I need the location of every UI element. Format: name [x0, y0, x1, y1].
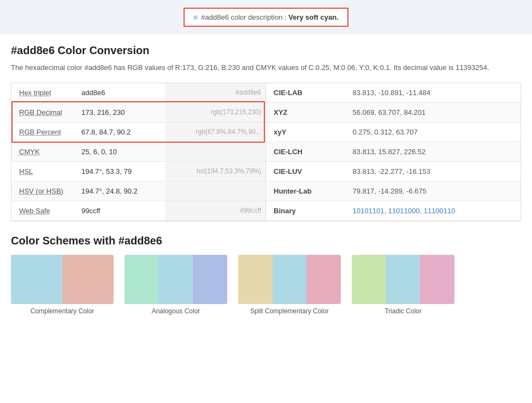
conversion-tables: Hex tripletadd8e6#add8e6RGB Decimal173, … — [11, 83, 521, 221]
row-value: 67.8, 84.7, 90.2 — [77, 122, 165, 142]
row-preview: hsl(194.7,53.3%,79%) — [165, 161, 265, 181]
table-row: XYZ56.069, 63.707, 84.201 — [266, 102, 521, 122]
scheme-card[interactable]: Complementary Color — [11, 255, 114, 315]
color-schemes-section: Color Schemes with #add8e6 Complementary… — [11, 235, 521, 315]
scheme-label: Analogous Color — [152, 307, 200, 315]
scheme-label: Triadic Color — [385, 307, 422, 315]
conversion-description: The hexadecimal color #add8e6 has RGB va… — [11, 62, 521, 74]
table-row: RGB Percent67.8, 84.7, 90.2rgb(67.8%,84.… — [11, 122, 266, 142]
row-label: CIE-LCH — [266, 142, 348, 161]
left-table-wrapper: Hex tripletadd8e6#add8e6RGB Decimal173, … — [11, 83, 266, 221]
scheme-card[interactable]: Split Complementary Color — [238, 255, 341, 315]
swatch-color — [193, 255, 227, 304]
swatch-color — [159, 255, 193, 304]
scheme-swatch — [238, 255, 341, 304]
scheme-swatch — [11, 255, 114, 304]
row-value: add8e6 — [77, 83, 165, 103]
row-label: Hex triplet — [11, 83, 77, 103]
row-preview: #99ccff — [165, 201, 265, 220]
swatch-color — [273, 255, 307, 304]
swatch-color — [125, 255, 159, 304]
right-table: CIE-LAB83.813, -10.891, -11.484XYZ56.069… — [266, 83, 521, 221]
row-value: 10101101, 11011000, 11100110 — [348, 201, 521, 220]
table-row: CIE-LCH83.813, 15.827, 226.52 — [266, 142, 521, 161]
main-content: #add8e6 Color Conversion The hexadecimal… — [0, 34, 532, 325]
row-preview: rgb(67.8%,84.7%,90... — [165, 122, 265, 142]
table-row: CMYK25, 6, 0, 10 — [11, 142, 266, 161]
description-text: #add8e6 color description : Very soft cy… — [201, 13, 339, 21]
schemes-row: Complementary ColorAnalogous ColorSplit … — [11, 255, 521, 315]
row-label: HSV (or HSB) — [11, 181, 77, 201]
description-bold: Very soft cyan. — [288, 13, 339, 21]
row-value: 83.813, -22.277, -16.153 — [348, 161, 521, 181]
row-label: RGB Decimal — [11, 102, 77, 122]
table-row: RGB Decimal173, 216, 230rgb(173,216,230) — [11, 102, 266, 122]
table-row: HSL194.7°, 53.3, 79hsl(194.7,53.3%,79%) — [11, 161, 266, 181]
table-row: CIE-LAB83.813, -10.891, -11.484 — [266, 83, 521, 103]
color-description-box: #add8e6 color description : Very soft cy… — [184, 8, 348, 27]
row-value: 83.813, 15.827, 226.52 — [348, 142, 521, 161]
row-label: Hunter-Lab — [266, 181, 348, 201]
row-preview: #add8e6 — [165, 83, 265, 103]
row-label: xyY — [266, 122, 348, 142]
scheme-label: Split Complementary Color — [250, 307, 328, 315]
right-table-wrapper: CIE-LAB83.813, -10.891, -11.484XYZ56.069… — [266, 83, 521, 221]
swatch-color — [62, 255, 114, 304]
table-row: HSV (or HSB)194.7°, 24.8, 90.2 — [11, 181, 266, 201]
row-label: CIE-LAB — [266, 83, 348, 103]
table-row: Hunter-Lab79.817, -14.289, -6.675 — [266, 181, 521, 201]
description-prefix: #add8e6 color description : — [201, 13, 288, 21]
row-value: 0.275, 0.312, 63.707 — [348, 122, 521, 142]
row-value: 194.7°, 24.8, 90.2 — [77, 181, 165, 201]
table-row: Hex tripletadd8e6#add8e6 — [11, 83, 266, 103]
swatch-color — [11, 255, 62, 304]
row-value: 99ccff — [77, 201, 165, 220]
row-value: 173, 216, 230 — [77, 102, 165, 122]
row-label: CMYK — [11, 142, 77, 161]
scheme-label: Complementary Color — [31, 307, 94, 315]
scheme-swatch — [125, 255, 227, 304]
scheme-card[interactable]: Analogous Color — [125, 255, 227, 315]
swatch-color — [420, 255, 454, 304]
swatch-color — [238, 255, 273, 304]
row-label: XYZ — [266, 102, 348, 122]
row-preview: rgb(173,216,230) — [165, 102, 265, 122]
row-preview — [165, 142, 265, 161]
table-row: CIE-LUV83.813, -22.277, -16.153 — [266, 161, 521, 181]
row-value: 56.069, 63.707, 84.201 — [348, 102, 521, 122]
left-table: Hex tripletadd8e6#add8e6RGB Decimal173, … — [11, 83, 266, 221]
table-row: Web Safe99ccff#99ccff — [11, 201, 266, 220]
row-value: 25, 6, 0, 10 — [77, 142, 165, 161]
swatch-color — [352, 255, 386, 304]
row-value: 79.817, -14.289, -6.675 — [348, 181, 521, 201]
row-label: Binary — [266, 201, 348, 220]
swatch-color — [306, 255, 341, 304]
row-value: 194.7°, 53.3, 79 — [77, 161, 165, 181]
schemes-title: Color Schemes with #add8e6 — [11, 235, 521, 247]
row-label: CIE-LUV — [266, 161, 348, 181]
row-label: Web Safe — [11, 201, 77, 220]
scheme-swatch — [352, 255, 454, 304]
color-dot — [193, 15, 198, 20]
table-row: xyY0.275, 0.312, 63.707 — [266, 122, 521, 142]
conversion-title: #add8e6 Color Conversion — [11, 44, 521, 57]
scheme-card[interactable]: Triadic Color — [352, 255, 454, 315]
row-preview — [165, 181, 265, 201]
row-label: RGB Percent — [11, 122, 77, 142]
row-value: 83.813, -10.891, -11.484 — [348, 83, 521, 103]
swatch-color — [386, 255, 421, 304]
top-banner: #add8e6 color description : Very soft cy… — [0, 0, 532, 34]
row-label: HSL — [11, 161, 77, 181]
table-row: Binary10101101, 11011000, 11100110 — [266, 201, 521, 220]
